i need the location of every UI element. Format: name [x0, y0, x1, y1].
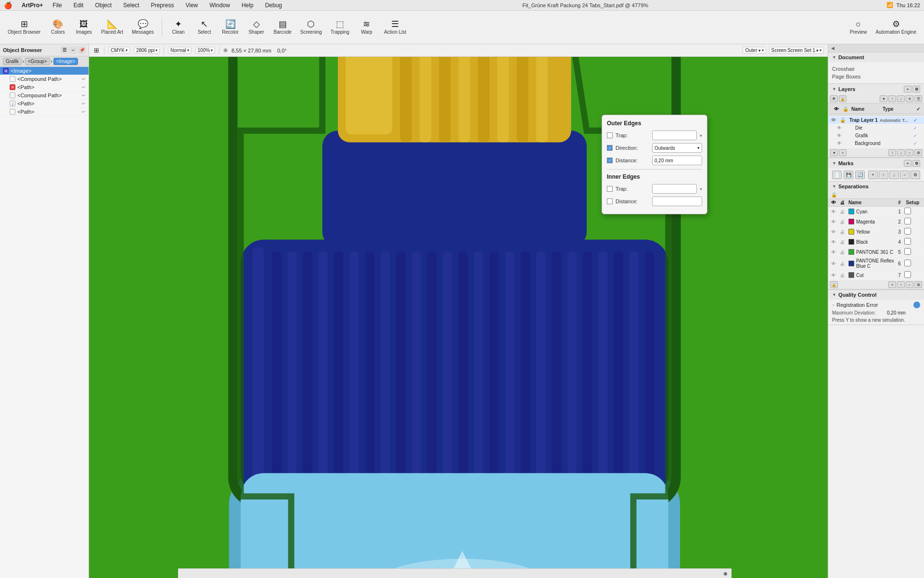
- tree-item-path-2[interactable]: ↓ <Path> ↩: [0, 100, 89, 108]
- layer-eye-grafik[interactable]: 👁: [837, 133, 846, 138]
- marks-gear-btn[interactable]: ⚙: [911, 171, 920, 179]
- outer-distance-checkbox[interactable]: ✓: [607, 158, 613, 163]
- sep-eye-yellow[interactable]: 👁: [831, 229, 840, 235]
- layers-delete-btn[interactable]: ✕: [906, 95, 913, 102]
- action-list-btn[interactable]: ☰ Action List: [380, 18, 410, 37]
- canvas-ruler-icon[interactable]: ⊞: [93, 46, 100, 55]
- outer-trap-checkbox[interactable]: [607, 132, 613, 138]
- layers-move-selected-down[interactable]: ↓: [897, 149, 905, 156]
- obj-browser-menu-btn[interactable]: ☰: [61, 46, 68, 54]
- warp-btn[interactable]: ≋ Warp: [354, 18, 379, 37]
- sep-eye-pantone361[interactable]: 👁: [831, 250, 840, 255]
- outer-direction-select[interactable]: Outwards ▾: [652, 143, 702, 153]
- colors-btn[interactable]: 🎨 Colors: [45, 18, 70, 37]
- layers-settings-btn[interactable]: ⚙: [912, 86, 920, 92]
- messages-btn[interactable]: 💬 Messages: [128, 18, 158, 37]
- menu-select[interactable]: Select: [121, 2, 141, 9]
- menu-debug[interactable]: Debug: [263, 2, 284, 9]
- marks-new-btn[interactable]: +: [904, 160, 911, 167]
- canvas-viewport[interactable]: Outer Edges Trap: ▾ ✓ Direction: Outward…: [89, 57, 828, 578]
- menu-file[interactable]: File: [51, 2, 64, 9]
- layers-lock-all-btn[interactable]: 🔒: [839, 95, 847, 102]
- crosshair-item[interactable]: Crosshair: [832, 65, 920, 73]
- layers-add-sublayer-btn[interactable]: ✦: [830, 149, 838, 156]
- marks-doc-btn[interactable]: 📄: [832, 171, 842, 179]
- layers-settings2-btn[interactable]: ⚙: [914, 149, 922, 156]
- sep-eye-magenta[interactable]: 👁: [831, 219, 840, 224]
- sep-eye-cyan[interactable]: 👁: [831, 209, 840, 214]
- layers-remove-btn[interactable]: −: [906, 149, 913, 156]
- layer-row-die[interactable]: 👁 Die ✓: [828, 124, 924, 132]
- sep-check-cut[interactable]: [904, 271, 911, 278]
- page-boxes-item[interactable]: Page Boxes: [832, 73, 920, 80]
- breadcrumb-image[interactable]: <Image>: [53, 58, 78, 65]
- document-section-header[interactable]: ▼ Document: [828, 53, 924, 62]
- menu-window[interactable]: Window: [207, 2, 232, 9]
- sep-row-pantone361[interactable]: 👁 🖨 PANTONE 361 C 5: [828, 247, 924, 257]
- trapping-btn[interactable]: ⬚ Trapping: [327, 18, 353, 37]
- ppi-select[interactable]: 2806 ppi: [134, 47, 160, 54]
- sep-add-btn[interactable]: +: [888, 281, 896, 288]
- layer-row-grafik[interactable]: 👁 Grafik ✓: [828, 132, 924, 140]
- screening-btn[interactable]: ⬡ Screening: [296, 18, 326, 37]
- select-btn[interactable]: ↖ Select: [192, 18, 217, 37]
- layers-move-selected-up[interactable]: ↑: [888, 149, 896, 156]
- sep-row-cyan[interactable]: 👁 🖨 Cyan 1: [828, 207, 924, 217]
- layers-move-up-btn[interactable]: ↑: [888, 95, 896, 102]
- automation-engine-btn[interactable]: ⚙ Automation Engine: [872, 18, 920, 37]
- qc-section-header[interactable]: ▼ Quality Control: [828, 290, 924, 300]
- sep-row-cut[interactable]: 👁 🖨 Cut 7: [828, 270, 924, 280]
- images-btn[interactable]: 🖼 Images: [71, 18, 96, 37]
- preview-btn[interactable]: ○ Preview: [846, 18, 871, 37]
- marks-minus-btn[interactable]: −: [900, 171, 910, 179]
- tree-item-compound-2[interactable]: <Compound Path> ↩: [0, 92, 89, 100]
- layers-section-header[interactable]: ▼ Layers + ⚙: [828, 84, 924, 94]
- sep-check-pantone-reflex[interactable]: [904, 260, 911, 266]
- outer-trap-input[interactable]: [652, 131, 697, 140]
- color-mode-select[interactable]: CMYK: [108, 47, 130, 54]
- sep-check-pantone361[interactable]: [904, 248, 911, 255]
- view-mode-select[interactable]: Outer ▾: [743, 47, 766, 54]
- barcode-btn[interactable]: ▤ Barcode: [270, 18, 295, 37]
- opacity-select[interactable]: 100%: [195, 47, 216, 54]
- inner-trap-input[interactable]: [652, 184, 697, 194]
- sep-settings-btn[interactable]: ⚙: [914, 281, 922, 288]
- layers-add-btn[interactable]: +: [904, 86, 911, 92]
- outer-direction-checkbox[interactable]: ✓: [607, 145, 613, 151]
- marks-add-btn[interactable]: +: [868, 171, 878, 179]
- layers-eye-all-btn[interactable]: 👁: [830, 95, 838, 102]
- breadcrumb-grafik[interactable]: Grafik: [3, 58, 22, 65]
- sep-check-yellow[interactable]: [904, 228, 911, 235]
- sep-lock-btn[interactable]: 🔒: [830, 281, 838, 288]
- qc-reg-collapse-icon[interactable]: −: [832, 302, 834, 307]
- menu-edit[interactable]: Edit: [72, 2, 86, 9]
- tree-item-image[interactable]: ⊞ <Image>: [0, 67, 89, 75]
- recolor-btn[interactable]: 🔄 Recolor: [218, 18, 243, 37]
- inner-trap-checkbox[interactable]: [607, 186, 613, 192]
- layers-add2-btn[interactable]: +: [839, 149, 847, 156]
- obj-browser-pin-btn[interactable]: 📌: [78, 46, 86, 54]
- layer-row-background[interactable]: 👁 Background ✓: [828, 140, 924, 147]
- breadcrumb-group[interactable]: <Group>: [25, 58, 50, 65]
- sep-row-magenta[interactable]: 👁 🖨 Magenta 2: [828, 217, 924, 227]
- layers-move-down-btn[interactable]: ↓: [897, 95, 905, 102]
- separations-section-header[interactable]: ▼ Separations: [828, 182, 924, 191]
- marks-up-btn[interactable]: ↑: [879, 171, 888, 179]
- marks-save-btn[interactable]: 💾: [844, 171, 853, 179]
- tree-item-path-1[interactable]: ✕ <Path> ↩: [0, 83, 89, 92]
- tree-item-compound-1[interactable]: <Compound Path> ↩: [0, 75, 89, 83]
- tree-item-path-3[interactable]: <Path> ↩: [0, 108, 89, 116]
- layers-list-btn[interactable]: ☰: [914, 95, 922, 102]
- layer-eye-background[interactable]: 👁: [837, 141, 846, 146]
- panel-collapse-icon[interactable]: ◀: [831, 46, 834, 51]
- sep-eye-cut[interactable]: 👁: [831, 273, 840, 278]
- sep-row-pantone-reflex[interactable]: 👁 🖨 PANTONE Reflex Blue C 6: [828, 257, 924, 270]
- menu-help[interactable]: Help: [240, 2, 256, 9]
- marks-refresh-btn[interactable]: 🔄: [855, 171, 865, 179]
- clean-btn[interactable]: ✦ Clean: [166, 18, 191, 37]
- sep-row-yellow[interactable]: 👁 🖨 Yellow 3: [828, 227, 924, 237]
- layer-eye-die[interactable]: 👁: [837, 125, 846, 131]
- object-browser-btn[interactable]: ⊞ Object Browser: [4, 18, 44, 37]
- marks-section-header[interactable]: ▼ Marks + ⚙: [828, 158, 924, 169]
- layer-row-trap[interactable]: 👁 🔒 Trap Layer 1 Automatic T... ✓: [828, 117, 924, 124]
